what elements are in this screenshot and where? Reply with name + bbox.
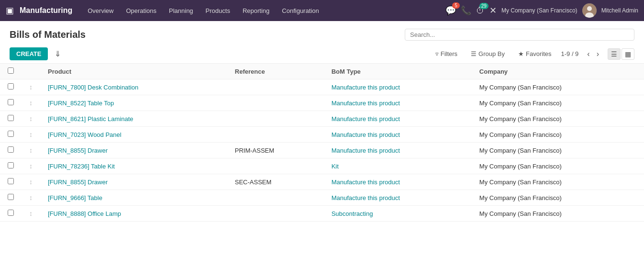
- group-by-button[interactable]: ☰ Group By: [467, 48, 509, 59]
- filters-button[interactable]: ▿ Filters: [432, 48, 461, 59]
- row-bom-type[interactable]: Kit: [324, 158, 472, 174]
- row-checkbox-cell: [0, 190, 22, 206]
- row-checkbox-cell: [0, 158, 22, 174]
- row-reference: [227, 111, 324, 127]
- nav-overview[interactable]: Overview: [82, 4, 119, 17]
- row-checkbox-cell: [0, 174, 22, 190]
- drag-handle-icon[interactable]: ↕: [29, 115, 33, 123]
- drag-handle-icon[interactable]: ↕: [29, 131, 33, 138]
- drag-handle-icon[interactable]: ↕: [29, 178, 33, 186]
- row-checkbox-cell: [0, 127, 22, 143]
- search-input[interactable]: [410, 31, 629, 38]
- toolbar-right: ▿ Filters ☰ Group By ★ Favorites 1-9 / 9…: [432, 48, 634, 60]
- row-product[interactable]: [FURN_7800] Desk Combination: [40, 79, 227, 95]
- row-drag-cell: ↕: [22, 174, 40, 190]
- select-all-checkbox[interactable]: [8, 67, 14, 74]
- nav-reporting[interactable]: Reporting: [237, 4, 275, 17]
- row-bom-type[interactable]: Subcontracting: [324, 206, 472, 222]
- drag-handle-icon[interactable]: ↕: [29, 162, 33, 170]
- row-checkbox[interactable]: [8, 146, 14, 153]
- row-checkbox[interactable]: [8, 99, 14, 105]
- nav-operations[interactable]: Operations: [120, 4, 162, 17]
- row-reference: [227, 206, 324, 222]
- row-product[interactable]: [FURN_9666] Table: [40, 190, 227, 206]
- drag-handle-icon[interactable]: ↕: [29, 210, 33, 217]
- th-reference[interactable]: Reference: [227, 64, 324, 79]
- page-content: Bills of Materials CREATE ⇓ ▿ Filters ☰ …: [0, 21, 644, 257]
- row-drag-cell: ↕: [22, 111, 40, 127]
- svg-point-1: [587, 6, 592, 11]
- row-bom-type[interactable]: Manufacture this product: [324, 143, 472, 158]
- row-checkbox[interactable]: [8, 178, 14, 184]
- th-bom-type[interactable]: BoM Type: [324, 64, 472, 79]
- row-checkbox-cell: [0, 111, 22, 127]
- row-checkbox[interactable]: [8, 115, 14, 121]
- nav-configuration[interactable]: Configuration: [276, 4, 324, 17]
- row-reference: [227, 158, 324, 174]
- page-title: Bills of Materials: [10, 29, 86, 40]
- grid-icon[interactable]: ▣: [6, 5, 14, 16]
- table-row: ↕ [FURN_8855] Drawer SEC-ASSEM Manufactu…: [0, 174, 644, 190]
- settings-icon-btn[interactable]: ✕: [489, 5, 497, 16]
- row-drag-cell: ↕: [22, 127, 40, 143]
- row-bom-type[interactable]: Manufacture this product: [324, 174, 472, 190]
- toolbar: CREATE ⇓ ▿ Filters ☰ Group By ★ Favorite…: [0, 45, 644, 64]
- table-body: ↕ [FURN_7800] Desk Combination Manufactu…: [0, 79, 644, 222]
- row-checkbox[interactable]: [8, 194, 14, 200]
- prev-page-button[interactable]: ‹: [584, 49, 592, 59]
- favorites-label: Favorites: [526, 50, 551, 57]
- table-header: Product Reference BoM Type Company: [0, 64, 644, 79]
- chat-icon-btn[interactable]: 💬 5: [445, 5, 456, 16]
- next-page-button[interactable]: ›: [594, 49, 602, 59]
- row-company: My Company (San Francisco): [472, 190, 644, 206]
- row-product[interactable]: [FURN_7023] Wood Panel: [40, 127, 227, 143]
- phone-icon-btn[interactable]: 📞: [461, 5, 471, 16]
- create-button[interactable]: CREATE: [10, 47, 48, 60]
- drag-handle-icon[interactable]: ↕: [29, 194, 33, 201]
- activity-badge: 29: [479, 3, 489, 9]
- drag-handle-icon[interactable]: ↕: [29, 99, 33, 107]
- row-checkbox[interactable]: [8, 83, 14, 89]
- top-navigation: ▣ Manufacturing Overview Operations Plan…: [0, 0, 644, 21]
- download-button[interactable]: ⇓: [52, 47, 64, 60]
- row-bom-type[interactable]: Manufacture this product: [324, 127, 472, 143]
- row-product[interactable]: [FURN_8522] Table Top: [40, 95, 227, 111]
- row-company: My Company (San Francisco): [472, 79, 644, 95]
- row-reference: [227, 127, 324, 143]
- row-product[interactable]: [FURN_78236] Table Kit: [40, 158, 227, 174]
- row-checkbox[interactable]: [8, 131, 14, 137]
- row-company: My Company (San Francisco): [472, 127, 644, 143]
- app-brand[interactable]: Manufacturing: [20, 6, 72, 15]
- row-bom-type[interactable]: Manufacture this product: [324, 111, 472, 127]
- kanban-view-button[interactable]: ▦: [622, 48, 634, 60]
- table-row: ↕ [FURN_78236] Table Kit Kit My Company …: [0, 158, 644, 174]
- nav-products[interactable]: Products: [200, 4, 236, 17]
- row-reference: SEC-ASSEM: [227, 174, 324, 190]
- row-product[interactable]: [FURN_8888] Office Lamp: [40, 206, 227, 222]
- row-checkbox[interactable]: [8, 210, 14, 216]
- table-row: ↕ [FURN_8621] Plastic Laminate Manufactu…: [0, 111, 644, 127]
- row-reference: [227, 95, 324, 111]
- th-company[interactable]: Company: [472, 64, 644, 79]
- group-by-icon: ☰: [471, 50, 477, 57]
- th-product[interactable]: Product: [40, 64, 227, 79]
- row-product[interactable]: [FURN_8621] Plastic Laminate: [40, 111, 227, 127]
- row-bom-type[interactable]: Manufacture this product: [324, 190, 472, 206]
- activity-icon-btn[interactable]: ⏱ 29: [476, 6, 485, 16]
- data-table: Product Reference BoM Type Company ↕ [FU…: [0, 64, 644, 222]
- user-avatar[interactable]: [582, 3, 597, 18]
- favorites-button[interactable]: ★ Favorites: [514, 48, 555, 59]
- drag-handle-icon[interactable]: ↕: [29, 83, 33, 91]
- nav-planning[interactable]: Planning: [163, 4, 199, 17]
- list-view-button[interactable]: ☰: [608, 48, 621, 60]
- row-checkbox[interactable]: [8, 162, 14, 168]
- chat-badge: 5: [452, 2, 460, 9]
- table-row: ↕ [FURN_8522] Table Top Manufacture this…: [0, 95, 644, 111]
- table-row: ↕ [FURN_7023] Wood Panel Manufacture thi…: [0, 127, 644, 143]
- drag-handle-icon[interactable]: ↕: [29, 146, 33, 154]
- row-product[interactable]: [FURN_8855] Drawer: [40, 143, 227, 158]
- row-bom-type[interactable]: Manufacture this product: [324, 95, 472, 111]
- row-bom-type[interactable]: Manufacture this product: [324, 79, 472, 95]
- search-bar[interactable]: [405, 29, 634, 41]
- row-product[interactable]: [FURN_8855] Drawer: [40, 174, 227, 190]
